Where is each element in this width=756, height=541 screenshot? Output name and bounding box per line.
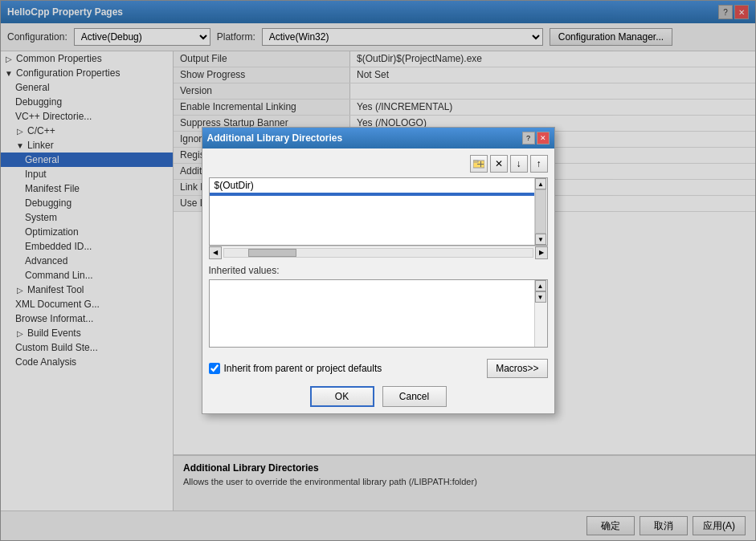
modal-title-controls: ? ✕ <box>522 132 550 144</box>
inh-scroll-down[interactable]: ▼ <box>535 291 546 303</box>
dir-list-item[interactable]: $(OutDir) <box>210 178 534 193</box>
dir-list-item-selected[interactable] <box>210 193 534 196</box>
new-folder-button[interactable] <box>470 155 488 173</box>
macros-button[interactable]: Macros>> <box>487 359 547 378</box>
modal-help-button[interactable]: ? <box>522 132 535 144</box>
modal-close-button[interactable]: ✕ <box>537 132 550 144</box>
hscroll-thumb[interactable] <box>248 249 296 257</box>
modal-ok-cancel: OK Cancel <box>209 386 548 407</box>
hscroll-right-button[interactable]: ▶ <box>535 246 548 259</box>
inherit-checkbox-row: Inherit from parent or project defaults <box>209 363 382 374</box>
folder-icon <box>473 158 484 169</box>
inherited-label: Inherited values: <box>209 265 548 276</box>
modal-ok-button[interactable]: OK <box>310 386 374 407</box>
scroll-thumb[interactable] <box>535 189 546 234</box>
dir-list-container: $(OutDir) ▲ ▼ <box>209 177 548 246</box>
scroll-up-button[interactable]: ▲ <box>535 178 546 189</box>
modal-title: Additional Library Directories <box>207 132 343 144</box>
inherited-scrollbar: ▲ ▼ <box>534 280 547 347</box>
inherited-values-box: ▲ ▼ <box>209 279 548 348</box>
modal-cancel-button[interactable]: Cancel <box>382 386 447 407</box>
modal-dialog: Additional Library Directories ? ✕ ✕ <box>202 127 555 414</box>
scroll-down-button[interactable]: ▼ <box>535 234 546 245</box>
dir-hscroll: ◀ ▶ <box>209 246 548 258</box>
dir-scrollbar: ▲ ▼ <box>534 178 547 245</box>
dir-list: $(OutDir) <box>210 178 534 245</box>
delete-button[interactable]: ✕ <box>490 155 508 173</box>
inh-scroll-up[interactable]: ▲ <box>535 280 546 291</box>
modal-title-bar: Additional Library Directories ? ✕ <box>202 128 554 148</box>
inherit-checkbox-label: Inherit from parent or project defaults <box>224 363 382 374</box>
modal-overlay: Additional Library Directories ? ✕ ✕ <box>0 0 756 541</box>
svg-rect-1 <box>473 161 478 162</box>
hscroll-left-button[interactable]: ◀ <box>209 246 222 259</box>
modal-footer: Inherit from parent or project defaults … <box>209 356 548 380</box>
modal-toolbar: ✕ ↓ ↑ <box>209 155 548 173</box>
hscroll-track <box>223 248 533 258</box>
inherit-checkbox[interactable] <box>209 363 220 374</box>
svg-rect-3 <box>480 161 481 167</box>
modal-body: ✕ ↓ ↑ $(OutDir) ▲ ▼ ◀ <box>202 148 554 413</box>
move-up-button[interactable]: ↑ <box>530 155 548 173</box>
move-down-button[interactable]: ↓ <box>510 155 528 173</box>
